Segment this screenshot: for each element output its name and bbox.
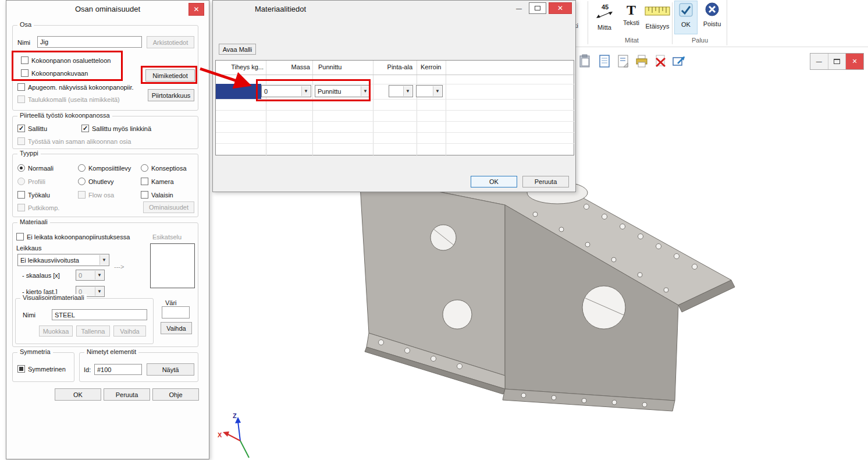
vis-nimi-value: STEEL [55,312,75,319]
vis-vaihda-button[interactable]: Vaihda [113,325,146,337]
column-header-tiheys[interactable]: Tiheys kg... [216,63,264,70]
part-peruuta-button[interactable]: Peruuta [104,388,150,401]
ribbon: ki 45 Mitta T Teksti Etäisyys Mitat [570,0,868,48]
leikkaus-select[interactable]: Ei leikkausviivoitusta ▼ [17,254,109,266]
model-hole [443,300,472,329]
group-symmetria-legend: Symmetria [17,348,53,355]
ribbon-button-mitta[interactable]: 45 Mitta [591,1,618,34]
print-icon[interactable] [634,54,649,71]
window-close-button[interactable]: ✕ [846,54,863,69]
checkbox-osaluettelo[interactable] [21,56,29,64]
skaalaus-select[interactable]: 0 ▼ [76,270,105,281]
material-dialog-titlebar[interactable]: Materiaalitiedot — ✕ [213,1,575,17]
part-ohje-button[interactable]: Ohje [152,388,199,401]
part-ok-button[interactable]: OK [55,388,101,401]
material-peruuta-button[interactable]: Peruuta [522,176,569,187]
material-close-button[interactable]: ✕ [549,2,572,14]
checkbox-osaluettelo-label: Kokoonpanon osaluetteloon [31,57,111,64]
paste-icon[interactable] [577,54,592,71]
radio-konseptiosa[interactable] [141,164,148,172]
tallenna-button[interactable]: Tallenna [76,325,110,337]
color-swatch[interactable] [162,306,190,319]
checkbox-kamera[interactable] [141,178,148,185]
ribbon-button-etaisyys[interactable]: Etäisyys [642,1,673,34]
model-hole [431,225,456,250]
ribbon-group-mitat: Mitat [591,37,673,44]
chevron-down-icon[interactable]: ▼ [99,255,108,265]
axis-z-label: Z [233,412,237,419]
nimiketiedot-button[interactable]: Nimiketiedot [145,69,195,82]
muokkaa-button[interactable]: Muokkaa [39,325,73,337]
window-controls: — ✕ [810,53,864,70]
material-ok-button[interactable]: OK [471,176,517,187]
radio-profiili-label: Profiili [28,178,45,185]
chevron-down-icon[interactable]: ▼ [361,86,369,96]
ribbon-button-poistu[interactable]: Poistu [699,1,725,34]
checkbox-valaisin[interactable] [141,191,148,199]
id-input[interactable]: #100 [94,364,142,375]
ribbon-button-teksti[interactable]: T Teksti [619,1,643,34]
checkbox-sallittu-linkki[interactable]: ✓ [81,125,89,132]
document-icon[interactable] [597,54,612,71]
material-dialog-title: Materiaalitiedot [255,5,306,13]
chevron-down-icon[interactable]: ▼ [433,86,442,96]
page-preview-icon[interactable] [616,54,631,71]
radio-komposiittilevy-label: Komposiittilevy [88,165,131,172]
arkistotiedot-button[interactable]: Arkistotiedot [147,36,194,48]
column-header-massa[interactable]: Massa [267,63,310,70]
column-header-punnittu[interactable]: Punnittu [318,63,341,70]
indeterminate-mark [19,367,23,371]
checkbox-ei-leikata[interactable] [16,233,24,240]
export-view-icon[interactable] [671,54,686,71]
group-osa-legend: Osa [17,21,34,28]
nimi-input[interactable]: Jig [37,36,142,48]
radio-komposiittilevy[interactable] [78,164,86,172]
avaa-malli-button[interactable]: Avaa Malli [219,44,256,55]
column-header-pinta-ala[interactable]: Pinta-ala [374,63,412,70]
skaalaus-label: - skaalaus [x] [22,272,60,279]
pinta-ala-select[interactable]: ▼ [389,85,413,97]
delete-icon[interactable] [653,54,668,71]
ominaisuudet-button[interactable]: Ominaisuudet [143,201,194,213]
selected-cell[interactable] [216,84,261,99]
material-minimize-button[interactable]: — [511,2,527,14]
radio-ohutlevy[interactable] [78,178,86,185]
part-dialog-close-button[interactable]: ✕ [188,3,204,16]
piirtotarkkuus-button[interactable]: Piirtotarkkuus [148,89,194,101]
dimension-45-icon: 45 [596,2,613,23]
checkbox-kokoonpanokuva[interactable] [21,69,29,77]
nayta-button[interactable]: Näytä [147,363,194,376]
close-icon: ✕ [852,58,858,65]
id-value: #100 [97,366,111,373]
radio-konseptiosa-label: Konseptiosa [151,165,187,172]
model-hole [582,286,625,329]
radio-profiili [17,178,25,185]
massa-select[interactable]: 0 ▼ [261,85,311,97]
punnittu-select[interactable]: Punnittu ▼ [315,85,371,97]
checkbox-symmetrinen[interactable] [17,365,25,373]
chevron-down-icon[interactable]: ▼ [403,86,412,96]
esikatselu-label: Esikatselu [152,233,182,240]
radio-normaali[interactable] [17,164,25,172]
checkbox-apugeom[interactable] [17,83,25,91]
part-dialog-titlebar[interactable]: Osan ominaisuudet ✕ [6,1,209,17]
checkbox-tyokalu[interactable] [17,191,25,199]
checkbox-sallittu[interactable]: ✓ [17,125,25,132]
nimi-label: Nimi [17,39,30,46]
minimize-icon: — [816,58,822,65]
column-header-kerroin[interactable]: Kerroin [421,63,441,70]
material-maximize-button[interactable] [529,2,546,14]
check-icon: ✓ [83,125,88,132]
window-minimize-button[interactable]: — [810,54,828,69]
material-details-dialog: Materiaalitiedot — ✕ Avaa Malli Tiheys k… [212,0,576,192]
kerroin-select[interactable]: ▼ [416,85,443,97]
radio-normaali-label: Normaali [28,165,54,172]
window-maximize-button[interactable] [828,54,846,69]
vari-vaihda-button[interactable]: Vaihda [161,322,192,334]
chevron-down-icon[interactable]: ▼ [301,86,310,96]
exit-circle-icon [705,2,720,19]
nimi-value: Jig [40,38,48,45]
vis-nimi-input[interactable]: STEEL [52,309,147,320]
ribbon-button-ok[interactable]: OK [674,1,698,34]
maximize-icon [535,6,540,10]
